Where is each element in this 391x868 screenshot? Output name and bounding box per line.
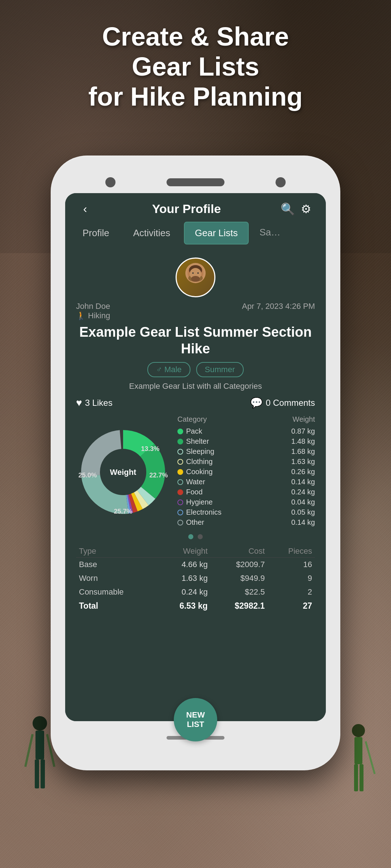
consumable-pieces: 2 bbox=[268, 585, 315, 599]
worn-cost: $949.9 bbox=[211, 571, 268, 585]
worn-weight: 1.63 kg bbox=[156, 571, 211, 585]
app-header: ‹ Your Profile 🔍 ⚙ bbox=[65, 193, 326, 222]
sleeping-weight: 1.68 kg bbox=[290, 447, 315, 456]
chart-section: Weight 13.3% 22.7% 25.0% 25.7% Category … bbox=[76, 415, 315, 528]
pack-label: Pack bbox=[186, 427, 287, 435]
content-area: John Doe 🚶 Hiking Apr 7, 2023 4:26 PM Ex… bbox=[65, 250, 326, 721]
activity-label: 🚶 Hiking bbox=[76, 311, 110, 320]
donut-chart: Weight 13.3% 22.7% 25.0% 25.7% bbox=[76, 425, 170, 519]
tab-saved-partial[interactable]: Sa… bbox=[252, 222, 288, 244]
base-type: Base bbox=[76, 558, 156, 572]
hygiene-color-dot bbox=[177, 499, 183, 505]
total-type: Total bbox=[76, 599, 156, 613]
comments-count: 0 Comments bbox=[266, 398, 315, 408]
legend-item-water: Water 0.14 kg bbox=[177, 478, 315, 486]
table-row-consumable: Consumable 0.24 kg $22.5 2 bbox=[76, 585, 315, 599]
hygiene-weight: 0.04 kg bbox=[290, 498, 315, 506]
other-weight: 0.14 kg bbox=[290, 518, 315, 527]
date-label: Apr 7, 2023 4:26 PM bbox=[242, 302, 315, 311]
legend-item-hygiene: Hygiene 0.04 kg bbox=[177, 498, 315, 506]
other-color-dot bbox=[177, 520, 183, 526]
sleeping-color-dot bbox=[177, 449, 183, 455]
tags-row: Male Summer bbox=[76, 362, 315, 377]
clothing-weight: 1.63 kg bbox=[290, 458, 315, 466]
comments-section[interactable]: 💬 0 Comments bbox=[250, 397, 315, 409]
page-title: Your Profile bbox=[94, 202, 279, 216]
tab-gear-lists[interactable]: Gear Lists bbox=[184, 222, 249, 244]
legend-item-other: Other 0.14 kg bbox=[177, 518, 315, 527]
svg-point-6 bbox=[192, 272, 194, 274]
camera-dot-right bbox=[276, 177, 286, 187]
likes-count: 3 Likes bbox=[85, 398, 113, 408]
cooking-label: Cooking bbox=[186, 468, 287, 476]
back-button[interactable]: ‹ bbox=[76, 202, 94, 216]
table-row-total: Total 6.53 kg $2982.1 27 bbox=[76, 599, 315, 613]
legend-item-pack: Pack 0.87 kg bbox=[177, 427, 315, 435]
phone-top-row bbox=[65, 177, 326, 187]
user-avatar bbox=[176, 258, 215, 297]
legend-item-sleeping: Sleeping 1.68 kg bbox=[177, 447, 315, 456]
username-label: John Doe bbox=[76, 302, 110, 311]
settings-button[interactable]: ⚙ bbox=[297, 202, 315, 216]
food-label: Food bbox=[186, 488, 287, 496]
hero-title: Create & Share Gear Lists for Hike Plann… bbox=[0, 22, 391, 111]
hiking-icon: 🚶 bbox=[76, 311, 86, 320]
base-weight: 4.66 kg bbox=[156, 558, 211, 572]
consumable-type: Consumable bbox=[76, 585, 156, 599]
comment-icon: 💬 bbox=[250, 397, 263, 409]
svg-point-5 bbox=[191, 276, 200, 282]
svg-text:22.7%: 22.7% bbox=[149, 472, 168, 479]
camera-dot-left bbox=[105, 177, 115, 187]
dot-1 bbox=[188, 534, 193, 539]
electronics-color-dot bbox=[177, 510, 183, 515]
col-type: Type bbox=[76, 545, 156, 558]
consumable-cost: $22.5 bbox=[211, 585, 268, 599]
base-cost: $2009.7 bbox=[211, 558, 268, 572]
shelter-color-dot bbox=[177, 439, 183, 444]
water-color-dot bbox=[177, 479, 183, 485]
shelter-label: Shelter bbox=[186, 437, 287, 446]
svg-point-7 bbox=[197, 272, 199, 274]
food-color-dot bbox=[177, 489, 183, 495]
food-weight: 0.24 kg bbox=[290, 488, 315, 496]
water-weight: 0.14 kg bbox=[290, 478, 315, 486]
total-pieces: 27 bbox=[268, 599, 315, 613]
svg-text:25.0%: 25.0% bbox=[78, 472, 97, 479]
pack-color-dot bbox=[177, 429, 183, 434]
cooking-weight: 0.26 kg bbox=[290, 468, 315, 476]
worn-type: Worn bbox=[76, 571, 156, 585]
other-label: Other bbox=[186, 518, 287, 527]
total-cost: $2982.1 bbox=[211, 599, 268, 613]
chart-legend: Category Weight Pack 0.87 kg Shelter 1.4… bbox=[177, 415, 315, 528]
base-pieces: 16 bbox=[268, 558, 315, 572]
hygiene-label: Hygiene bbox=[186, 498, 287, 506]
search-button[interactable]: 🔍 bbox=[279, 202, 297, 216]
col-pieces: Pieces bbox=[268, 545, 315, 558]
cooking-color-dot bbox=[177, 469, 183, 475]
likes-section[interactable]: ♥ 3 Likes bbox=[76, 397, 113, 409]
gear-list-title: Example Gear List Summer Section Hike bbox=[76, 324, 315, 357]
total-weight: 6.53 kg bbox=[156, 599, 211, 613]
svg-text:Weight: Weight bbox=[110, 468, 137, 477]
tab-bar: Profile Activities Gear Lists Sa… bbox=[65, 222, 326, 250]
phone-screen: ‹ Your Profile 🔍 ⚙ Profile Activities Ge… bbox=[65, 193, 326, 721]
col-weight: Weight bbox=[156, 545, 211, 558]
avatar-container bbox=[76, 258, 315, 297]
legend-item-shelter: Shelter 1.48 kg bbox=[177, 437, 315, 446]
dot-2 bbox=[198, 534, 203, 539]
heart-icon: ♥ bbox=[76, 397, 82, 409]
legend-category-header: Category bbox=[177, 415, 207, 424]
tab-profile[interactable]: Profile bbox=[72, 222, 119, 244]
new-list-button[interactable]: NEW LIST bbox=[174, 698, 217, 741]
tag-summer: Summer bbox=[196, 362, 244, 377]
clothing-label: Clothing bbox=[186, 458, 287, 466]
page-dots bbox=[76, 534, 315, 539]
shelter-weight: 1.48 kg bbox=[290, 437, 315, 446]
tag-male: Male bbox=[147, 362, 190, 377]
sleeping-label: Sleeping bbox=[186, 447, 287, 456]
legend-item-food: Food 0.24 kg bbox=[177, 488, 315, 496]
gear-description: Example Gear List with all Categories bbox=[76, 382, 315, 391]
pack-weight: 0.87 kg bbox=[290, 427, 315, 435]
tab-activities[interactable]: Activities bbox=[123, 222, 181, 244]
consumable-weight: 0.24 kg bbox=[156, 585, 211, 599]
